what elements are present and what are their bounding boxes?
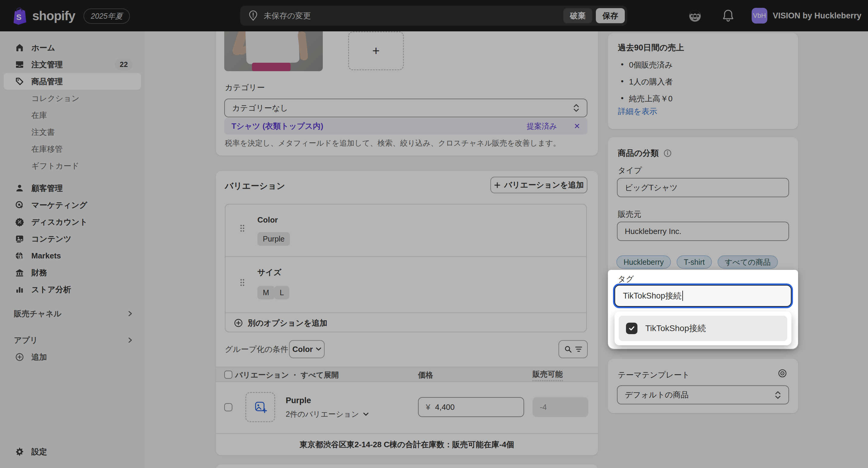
vendor-input[interactable]: Huckleberry Inc. [617,222,789,241]
row-checkbox[interactable] [224,403,232,411]
sidebar-item-transfers[interactable]: 在庫移管 [4,141,141,157]
product-photo[interactable] [224,31,323,71]
sidebar-item-settings[interactable]: 設定 [4,443,141,460]
save-button[interactable]: 保存 [596,8,625,23]
discount-icon [14,216,25,228]
sidebar-item-gift-cards[interactable]: ギフトカード [4,157,141,174]
drag-handle-icon[interactable] [240,279,245,287]
sidebar-item-finance[interactable]: 財務 [4,264,141,281]
sidebar-item-analytics[interactable]: ストア分析 [4,281,141,298]
sidebar-item-discounts[interactable]: ディスカウント [4,213,141,230]
sidebar-item-home[interactable]: ホーム [4,39,141,56]
updown-chevron-icon [775,390,781,400]
tags-input-value: TikTokShop接続 [623,290,681,301]
option-name: Color [257,215,278,225]
discard-button[interactable]: 破棄 [563,8,592,23]
col-available[interactable]: 販売可能 [532,369,563,381]
suggestion-status: 提案済み [527,121,557,131]
tags-label: タグ [618,274,634,284]
vendor-label: 販売元 [618,209,641,220]
suggestion-text[interactable]: Tシャツ (衣類トップス内) [231,121,323,131]
bell-icon[interactable] [721,8,735,23]
select-all-checkbox[interactable] [224,371,232,379]
image-icon [14,233,25,244]
variants-title: バリエーション [225,180,285,192]
bank-icon [14,267,25,278]
variant-row[interactable]: Purple 2件のバリエーション ¥ 4,400 -4 [216,382,598,433]
info-icon[interactable] [663,149,672,158]
col-variant[interactable]: バリエーション ・ すべて展開 [235,370,339,380]
unsaved-message: 未保存の変更 [264,10,560,21]
sidebar-item-inventory[interactable]: 在庫 [4,107,141,124]
sidekick-icon[interactable] [687,8,703,24]
sales-details-link[interactable]: 詳細を表示 [618,106,657,117]
updown-chevron-icon [573,104,580,113]
tags-input[interactable]: TikTokShop接続 [615,285,792,307]
sidebar-item-marketing[interactable]: マーケティング [4,197,141,213]
shopify-logo-icon[interactable]: S [10,7,27,25]
category-suggestion-row: Tシャツ (衣類トップス内) 提案済み ✕ [224,118,587,135]
version-badge: 2025年夏 [84,8,130,24]
chevron-down-icon [316,347,321,351]
tag-chip[interactable]: T-shirt [677,255,712,269]
category-help-text: 税率を決定し、メタフィールドを追加して、検索、絞り込み、クロスチャネル販売を改善… [225,138,561,148]
search-filter-button[interactable] [558,340,588,358]
category-select[interactable]: カテゴリーなし [224,98,587,117]
add-variant-button[interactable]: バリエーションを追加 [490,177,587,193]
variants-card: バリエーション バリエーションを追加 Color Purple サイズ M [216,171,598,455]
tag-chip[interactable]: すべての商品 [718,255,778,269]
shopify-admin: + カテゴリー カテゴリーなし Tシャツ (衣類トップス内) 提案済み ✕ 税率… [0,0,868,468]
option-row-color[interactable]: Color Purple [225,204,586,256]
unsaved-changes-bar[interactable]: 未保存の変更 破棄 保存 [240,6,627,26]
add-media-tile[interactable]: + [348,31,404,70]
sidebar-section-apps[interactable]: アプリ [4,332,141,349]
filter-icon [575,346,582,352]
add-option-row[interactable]: 別のオプションを追加 [225,313,586,333]
close-icon[interactable]: ✕ [574,122,580,130]
sidebar-item-collections[interactable]: コレクション [4,90,141,107]
home-icon [14,42,25,53]
sidebar: ホーム 注文管理 22 商品管理 コレクション 在庫 注文書 在庫移管 ギフトカ… [0,31,145,468]
person-icon [14,182,25,194]
search-icon [564,345,572,353]
sidebar-section-sales-channels[interactable]: 販売チャネル [4,305,141,322]
store-avatar[interactable]: VbH [752,8,767,24]
view-icon[interactable] [778,369,787,378]
drag-handle-icon[interactable] [240,224,245,232]
sidebar-item-products[interactable]: 商品管理 [4,73,141,90]
tag-icon [14,76,25,87]
alert-icon [248,10,258,21]
plus-icon [494,182,501,188]
brand-wordmark[interactable]: shopify [32,9,75,23]
sidebar-item-purchase-orders[interactable]: 注文書 [4,124,141,141]
row-subtitle[interactable]: 2件のバリエーション [286,409,369,419]
tag-editor-spotlight: タグ TikTokShop接続 TikTokShop接続 [608,270,798,349]
sidebar-item-add[interactable]: 追加 [4,349,141,365]
sidebar-item-customers[interactable]: 顧客管理 [4,180,141,197]
plus-circle-icon [14,351,25,363]
sales-title: 過去90日間の売上 [618,42,684,53]
checked-checkbox-icon[interactable] [626,323,638,334]
type-input[interactable]: ビッグTシャツ [617,178,789,197]
sales-card: 過去90日間の売上 •0個販売済み •1人の購入者 •純売上高￥0 詳細を表示 [608,33,798,129]
gear-icon [14,446,25,458]
product-media-category-card: + カテゴリー カテゴリーなし Tシャツ (衣類トップス内) 提案済み ✕ 税率… [216,27,598,155]
sidebar-item-orders[interactable]: 注文管理 22 [4,56,141,73]
tag-option-row[interactable]: TikTokShop接続 [619,316,787,341]
row-name[interactable]: Purple [286,396,311,405]
sidebar-item-markets[interactable]: $ Markets [4,247,141,264]
type-label: タイプ [618,165,642,176]
inventory-footer: 東京都渋谷区東2-14-28 C棟の合計在庫数：販売可能在庫-4個 [216,433,598,455]
col-price: 価格 [418,370,433,380]
store-name[interactable]: VISION by Huckleberry [773,11,861,21]
sales-bullet: •0個販売済み [618,60,673,70]
option-row-size[interactable]: サイズ M L [225,256,586,313]
group-by-select[interactable]: Color [289,340,324,358]
price-input[interactable]: ¥ 4,400 [418,397,524,417]
variant-options-box: Color Purple サイズ M L 別のオプションを追加 [225,204,587,332]
bar-chart-icon [14,284,25,295]
theme-select[interactable]: デフォルトの商品 [617,385,789,404]
tag-chip[interactable]: Huckleberry [616,255,671,269]
sidebar-item-content[interactable]: コンテンツ [4,230,141,247]
row-image-placeholder[interactable] [245,392,275,422]
